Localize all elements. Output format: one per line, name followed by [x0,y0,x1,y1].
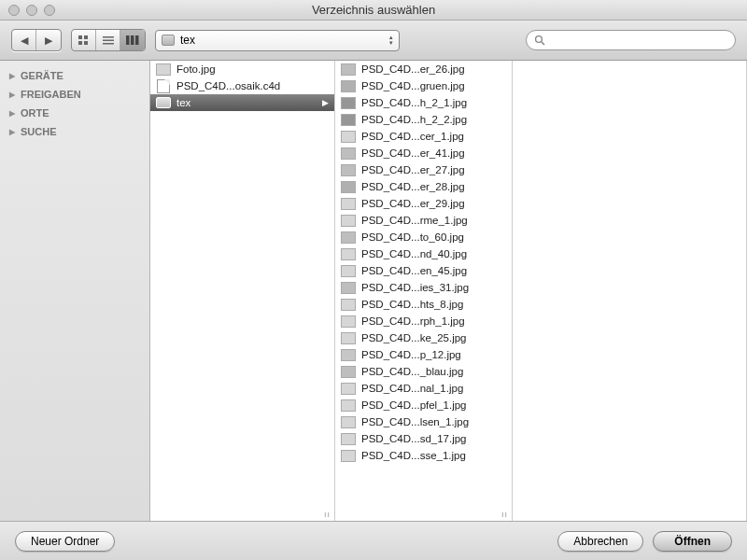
list-item[interactable]: PSD_C4D...cer_1.jpg [335,128,512,145]
window-title: Verzeichnis auswählen [0,3,747,17]
sidebar-section-places[interactable]: ORTE [0,104,149,122]
image-thumb-icon [341,63,356,76]
item-label: PSD_C4D...h_2_1.jpg [361,97,467,108]
item-label: PSD_C4D...lsen_1.jpg [361,416,469,427]
nav-buttons: ◀ ▶ [11,29,62,51]
svg-rect-5 [103,40,114,42]
svg-rect-9 [135,35,139,45]
list-item[interactable]: PSD_C4D...ies_31.jpg [335,279,512,296]
icon-view-button[interactable] [72,30,96,50]
list-item[interactable]: PSD_C4D...h_2_1.jpg [335,94,512,111]
column-view-button[interactable] [120,30,145,50]
svg-point-10 [536,36,543,43]
svg-rect-0 [78,35,82,39]
new-folder-button[interactable]: Neuer Ordner [15,531,115,552]
item-label: PSD_C4D...nd_40.jpg [361,248,467,259]
list-item[interactable]: PSD_C4D...er_27.jpg [335,161,512,178]
column-resize-handle[interactable]: ıı [324,510,331,519]
item-label: PSD_C4D...er_28.jpg [361,181,465,192]
svg-rect-7 [126,35,130,45]
item-label: PSD_C4D...sse_1.jpg [361,450,466,461]
list-item[interactable]: PSD_C4D...nd_40.jpg [335,245,512,262]
list-item[interactable]: PSD_C4D...p_12.jpg [335,346,512,363]
svg-rect-2 [78,41,82,45]
item-label: PSD_C4D...gruen.jpg [361,80,465,91]
list-item[interactable]: PSD_C4D...er_29.jpg [335,195,512,212]
item-label: PSD_C4D...sd_17.jpg [361,433,467,444]
image-thumb-icon [341,265,356,277]
list-item[interactable]: tex▶ [150,94,334,111]
list-view-button[interactable] [96,30,120,50]
path-popup[interactable]: tex ▴▾ [155,30,400,51]
list-item[interactable]: PSD_C4D...pfel_1.jpg [335,397,512,413]
search-field[interactable] [526,30,736,50]
folder-icon [162,35,175,46]
list-item[interactable]: PSD_C4D...gruen.jpg [335,77,512,94]
view-switcher [71,29,146,51]
item-label: PSD_C4D...ke_25.jpg [361,332,467,343]
cancel-button[interactable]: Abbrechen [557,531,643,552]
forward-button[interactable]: ▶ [36,30,61,50]
image-thumb-icon [156,63,171,76]
sidebar-section-shared[interactable]: FREIGABEN [0,85,149,104]
list-item[interactable]: PSD_C4D...h_2_2.jpg [335,111,512,128]
list-item[interactable]: PSD_C4D...rph_1.jpg [335,313,512,329]
item-label: PSD_C4D...en_45.jpg [361,265,467,276]
list-item[interactable]: PSD_C4D...to_60.jpg [335,229,512,245]
image-thumb-icon [341,181,356,193]
item-label: PSD_C4D...ies_31.jpg [361,282,469,293]
image-thumb-icon [341,366,356,378]
footer: Neuer Ordner Abbrechen Öffnen [0,522,747,560]
list-item[interactable]: PSD_C4D...en_45.jpg [335,262,512,279]
sidebar-section-devices[interactable]: GERÄTE [0,66,149,85]
item-label: PSD_C4D...p_12.jpg [361,349,461,360]
list-item[interactable]: PSD_C4D...lsen_1.jpg [335,413,512,430]
svg-rect-1 [84,35,88,39]
column-3 [513,61,747,521]
image-thumb-icon [341,349,356,361]
list-item[interactable]: PSD_C4D...nal_1.jpg [335,380,512,397]
image-thumb-icon [341,198,356,210]
list-item[interactable]: PSD_C4D..._blau.jpg [335,363,512,380]
image-thumb-icon [341,97,356,109]
item-label: tex [176,97,190,108]
list-item[interactable]: PSD_C4D...er_28.jpg [335,178,512,195]
image-thumb-icon [341,164,356,176]
list-item[interactable]: PSD_C4D...hts_8.jpg [335,296,512,313]
image-thumb-icon [341,231,356,244]
list-item[interactable]: PSD_C4D...ke_25.jpg [335,329,512,346]
browser-body: GERÄTE FREIGABEN ORTE SUCHE Foto.jpgPSD_… [0,61,747,522]
item-label: PSD_C4D...er_29.jpg [361,198,465,209]
list-item[interactable]: Foto.jpg [150,61,334,77]
item-label: PSD_C4D...cer_1.jpg [361,131,464,142]
back-button[interactable]: ◀ [12,30,36,50]
search-input[interactable] [549,34,727,47]
sidebar: GERÄTE FREIGABEN ORTE SUCHE [0,61,150,521]
list-item[interactable]: PSD_C4D...sd_17.jpg [335,430,512,447]
column-resize-handle[interactable]: ıı [501,510,508,519]
image-thumb-icon [341,248,356,260]
zoom-icon[interactable] [44,5,55,16]
item-label: PSD_C4D...nal_1.jpg [361,383,463,394]
item-label: PSD_C4D...rme_1.jpg [361,215,468,226]
close-icon[interactable] [8,5,20,16]
item-label: PSD_C4D...rph_1.jpg [361,315,465,327]
list-item[interactable]: PSD_C4D...er_26.jpg [335,61,512,77]
sidebar-section-search[interactable]: SUCHE [0,122,149,141]
svg-rect-8 [131,35,134,45]
item-label: PSD_C4D...h_2_2.jpg [361,114,467,125]
column-2: PSD_C4D...er_26.jpgPSD_C4D...gruen.jpgPS… [335,61,513,521]
list-item[interactable]: PSD_C4D...er_41.jpg [335,145,512,161]
open-button[interactable]: Öffnen [653,531,732,552]
minimize-icon[interactable] [26,5,37,16]
list-item[interactable]: PSD_C4D...osaik.c4d [150,77,334,94]
list-item[interactable]: PSD_C4D...rme_1.jpg [335,212,512,229]
titlebar: Verzeichnis auswählen [0,0,747,21]
list-item[interactable]: PSD_C4D...sse_1.jpg [335,447,512,464]
image-thumb-icon [341,315,356,328]
document-icon [157,79,170,93]
item-label: PSD_C4D...er_27.jpg [361,164,465,175]
item-label: PSD_C4D...er_26.jpg [361,63,465,75]
image-thumb-icon [341,416,356,428]
window-controls [8,5,55,16]
